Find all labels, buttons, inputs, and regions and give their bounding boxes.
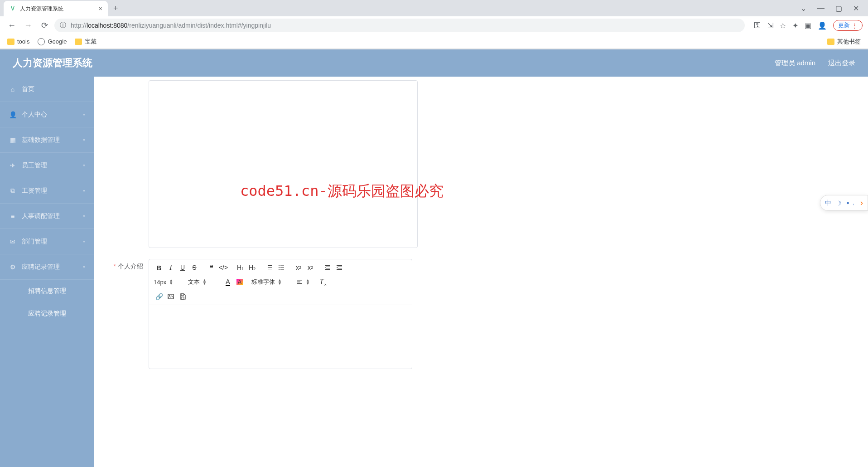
h1-button[interactable]: H₁ (235, 262, 246, 273)
share-icon[interactable]: ⇲ (767, 21, 773, 30)
bookmark-other[interactable]: 其他书签 (827, 38, 861, 46)
svg-rect-9 (181, 297, 184, 299)
image-button[interactable] (165, 291, 176, 302)
profile-icon[interactable]: 👤 (818, 21, 827, 30)
folder-icon (827, 39, 834, 45)
style-select[interactable]: 文本 ▲▼ (188, 278, 216, 286)
h2-button[interactable]: H₂ (247, 262, 258, 273)
app-root: 人力资源管理系统 管理员 admin 退出登录 ⌂ 首页 👤 个人中心 ▾ ▦ … (0, 49, 868, 467)
site-info-icon[interactable]: ⓘ (60, 21, 66, 29)
globe-icon (38, 38, 45, 45)
submenu-recruit-info[interactable]: 招聘信息管理 (0, 280, 94, 302)
sidebar-item-profile[interactable]: 👤 个人中心 ▾ (0, 102, 94, 127)
font-size-select[interactable]: 14px ▲▼ (154, 279, 182, 286)
unordered-list-button[interactable] (276, 262, 287, 273)
forward-button[interactable]: → (22, 19, 34, 32)
key-icon[interactable]: ⚿ (754, 21, 761, 29)
intro-label: *个人介绍 (103, 259, 149, 369)
window-controls: ⌄ — ▢ ✕ (800, 4, 868, 13)
svg-rect-3 (280, 268, 284, 268)
upload-label (103, 80, 149, 248)
link-button[interactable]: 🔗 (154, 291, 164, 302)
bookmark-tools[interactable]: tools (7, 38, 29, 45)
sidebar-item-employee[interactable]: ✈ 员工管理 ▾ (0, 153, 94, 178)
logout-link[interactable]: 退出登录 (828, 59, 855, 68)
new-tab-button[interactable]: + (113, 4, 118, 13)
chevron-down-icon: ▾ (83, 137, 85, 142)
url-text: http://localhost:8080/renliziyuanguanli/… (71, 22, 271, 29)
strike-button[interactable]: S (189, 262, 200, 273)
user-label[interactable]: 管理员 admin (775, 59, 815, 68)
tab-title: 人力资源管理系统 (20, 5, 63, 13)
chevron-down-icon: ▾ (83, 264, 85, 269)
ime-widget[interactable]: 中 ☽ ● ， › (820, 195, 868, 211)
save-button[interactable] (177, 291, 188, 302)
panel-icon[interactable]: ▣ (805, 21, 811, 30)
user-icon: 👤 (9, 111, 16, 118)
underline-button[interactable]: U (177, 262, 188, 273)
sidebar-item-transfer[interactable]: ≡ 人事调配管理 ▾ (0, 204, 94, 229)
ime-lang: 中 (825, 199, 831, 207)
dropdown-icon[interactable]: ⌄ (800, 4, 806, 13)
sort-icon: ▲▼ (203, 279, 207, 285)
ime-punct-icon: ● ， (846, 199, 856, 206)
indent-button[interactable] (322, 262, 333, 273)
browser-tab[interactable]: V 人力资源管理系统 × (4, 1, 108, 16)
sidebar-item-salary[interactable]: ⧉ 工资管理 ▾ (0, 178, 94, 204)
bg-color-button[interactable]: A (234, 277, 245, 287)
tab-bar: V 人力资源管理系统 × + ⌄ — ▢ ✕ (0, 0, 868, 16)
sidebar: ⌂ 首页 👤 个人中心 ▾ ▦ 基础数据管理 ▾ ✈ 员工管理 ▾ ⧉ 工资管理 (0, 77, 94, 467)
chevron-right-icon[interactable]: › (860, 198, 863, 208)
browser-chrome: V 人力资源管理系统 × + ⌄ — ▢ ✕ ← → ⟳ ⓘ http://lo… (0, 0, 868, 49)
text-color-button[interactable]: A (222, 277, 233, 287)
outdent-button[interactable] (334, 262, 345, 273)
svg-point-7 (169, 295, 170, 296)
sidebar-item-home[interactable]: ⌂ 首页 (0, 77, 94, 102)
sidebar-item-apply-record[interactable]: ⚙ 应聘记录管理 ▾ (0, 254, 94, 280)
app-header: 人力资源管理系统 管理员 admin 退出登录 (0, 49, 868, 77)
reload-button[interactable]: ⟳ (38, 19, 51, 32)
minimize-icon[interactable]: — (817, 4, 825, 13)
star-icon[interactable]: ☆ (780, 21, 786, 30)
intro-row: *个人介绍 B I U S ❝ </> (103, 259, 859, 369)
sidebar-item-department[interactable]: ✉ 部门管理 ▾ (0, 229, 94, 254)
subscript-button[interactable]: x2 (293, 262, 304, 273)
font-family-select[interactable]: 标准字体 ▲▼ (251, 278, 288, 286)
submenu-apply-record[interactable]: 应聘记录管理 (0, 302, 94, 325)
bookmark-google[interactable]: Google (38, 38, 67, 45)
ordered-list-button[interactable] (264, 262, 275, 273)
superscript-button[interactable]: x2 (305, 262, 316, 273)
clear-format-button[interactable]: T× (316, 277, 327, 287)
send-icon: ✈ (9, 162, 16, 169)
app-title: 人力资源管理系统 (13, 56, 92, 70)
address-bar: ← → ⟳ ⓘ http://localhost:8080/renliziyua… (0, 16, 868, 34)
close-window-icon[interactable]: ✕ (853, 4, 859, 13)
svg-rect-5 (280, 269, 284, 270)
sort-icon: ▲▼ (306, 279, 310, 285)
italic-button[interactable]: I (165, 262, 176, 273)
upload-area[interactable] (149, 80, 418, 248)
svg-point-0 (279, 265, 280, 266)
update-button[interactable]: 更新⋮ (833, 20, 863, 31)
svg-point-4 (279, 269, 280, 270)
back-button[interactable]: ← (5, 19, 18, 32)
folder-icon (75, 39, 82, 45)
bookmark-treasure[interactable]: 宝藏 (75, 38, 96, 46)
sidebar-item-label: 个人中心 (22, 111, 47, 119)
tab-close-icon[interactable]: × (99, 5, 102, 12)
quote-button[interactable]: ❝ (206, 262, 217, 273)
align-button[interactable] (294, 277, 305, 287)
list-icon: ≡ (9, 213, 16, 220)
url-bar[interactable]: ⓘ http://localhost:8080/renliziyuanguanl… (54, 19, 745, 32)
upload-row (103, 80, 859, 248)
extensions-icon[interactable]: ✦ (792, 21, 798, 30)
chevron-down-icon: ▾ (83, 163, 85, 168)
sidebar-item-base-data[interactable]: ▦ 基础数据管理 ▾ (0, 127, 94, 153)
grid-icon: ▦ (9, 136, 16, 144)
editor-textarea[interactable] (149, 305, 412, 369)
code-button[interactable]: </> (218, 262, 229, 273)
chevron-down-icon: ▾ (83, 188, 85, 193)
moon-icon: ☽ (836, 199, 842, 207)
maximize-icon[interactable]: ▢ (835, 4, 842, 13)
bold-button[interactable]: B (154, 262, 164, 273)
